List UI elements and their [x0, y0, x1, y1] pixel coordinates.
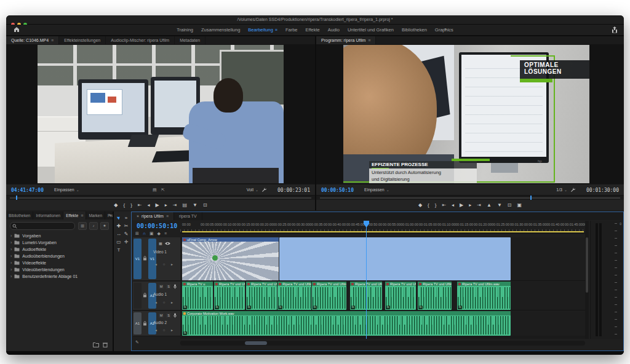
timeline-settings-button[interactable]: ≡	[164, 231, 167, 235]
insert-mode-button[interactable]: ⊞	[135, 231, 139, 235]
workspace-tab[interactable]: Bearbeitung≡	[248, 27, 277, 33]
source-patch-a1[interactable]: A1	[134, 312, 142, 334]
keyframe-nav[interactable]: ◂ ○ ▸	[155, 300, 175, 304]
ripple-edit-tool[interactable]: ✚	[115, 222, 122, 230]
audio-clip[interactable]: Ripera TV und Ufilm.wav fx	[312, 282, 346, 310]
workspace-tab[interactable]: Training≡	[177, 27, 193, 33]
lock-icon[interactable]	[143, 321, 147, 326]
keyframe-nav[interactable]: ◂ ○ ▸	[155, 262, 175, 266]
mute-button[interactable]: M	[159, 313, 164, 318]
video-clip[interactable]	[279, 237, 511, 280]
add-marker-button[interactable]: ◆	[158, 231, 161, 235]
effects-tree-item[interactable]: › Audioüberblendungen	[6, 253, 113, 259]
chevron-right-icon[interactable]: ›	[10, 267, 12, 272]
panel-tab[interactable]: Effekte≡	[63, 212, 86, 220]
audio-clip[interactable]: Ripera TV u fx	[182, 282, 213, 310]
audio-clip[interactable]: Ripera TV und Ufilm.wav fx	[277, 282, 311, 310]
hand-tool[interactable]: ✛	[122, 238, 130, 246]
mark-out-button[interactable]: }	[435, 203, 437, 208]
workspace-tab[interactable]: Untertitel und Grafiken≡	[348, 27, 394, 33]
selection-tool[interactable]	[115, 214, 122, 222]
preset-effects-filter-button[interactable]: ★	[100, 222, 109, 230]
effects-tree-item[interactable]: › Videoeffekte	[6, 259, 113, 266]
workspace-tab[interactable]: Zusammenstellung≡	[201, 27, 240, 33]
effects-tree-item[interactable]: › Benutzerdefinierte Ablage 01	[6, 273, 113, 280]
pen-tool[interactable]: ✎	[122, 230, 130, 238]
lift-button[interactable]: ▲	[487, 203, 492, 208]
sync-lock-icon[interactable]: ▦	[159, 241, 162, 245]
video-clip[interactable]: uFinal Comp_Arrow	[182, 237, 279, 280]
audio-clip[interactable]: Ripera TV und Ufilm fx	[385, 282, 416, 310]
effects-tree-item[interactable]: › Vorgaben	[6, 232, 113, 239]
wrench-icon[interactable]	[570, 187, 576, 192]
accelerated-effects-filter-button[interactable]: ▥	[78, 222, 87, 230]
scrollbar-handle[interactable]	[586, 237, 588, 293]
mark-in-button[interactable]: {	[428, 203, 429, 208]
wrench-icon[interactable]	[261, 187, 267, 192]
workspace-tab[interactable]: Audio≡	[328, 27, 340, 33]
workspace-tab[interactable]: Bibliotheken≡	[402, 27, 427, 33]
effects-tree-item[interactable]: › Videoüberblendungen	[6, 266, 113, 273]
chevron-right-icon[interactable]: ›	[10, 274, 12, 279]
track-target-v1[interactable]: V1	[148, 239, 156, 279]
chevron-right-icon[interactable]: ›	[10, 247, 12, 251]
pen-icon[interactable]: ✎	[135, 340, 139, 345]
rectangle-tool[interactable]: ▭	[115, 238, 122, 246]
video-track-lane[interactable]: uFinal Comp_Arrow	[180, 237, 585, 281]
source-resolution-select[interactable]: Voll⌄	[247, 188, 258, 192]
sequence-tab[interactable]: ×ripera Ufilm≡	[132, 212, 174, 220]
play-button[interactable]: ▶	[156, 203, 159, 208]
add-marker-button[interactable]: ◆	[114, 203, 118, 208]
audio-clip[interactable]: Ripera TV und Ufilm.wav fx	[457, 282, 511, 310]
audio2-track-lane[interactable]: Corporate Motivation Work.wav fx	[180, 311, 585, 336]
audio-clip[interactable]: Ripera TV und Ufilm.wav fx	[418, 282, 452, 310]
settings-menu-icon[interactable]: ▤	[153, 188, 157, 192]
panel-tab[interactable]: Audioclip-Mischer: ripera Ufilm≡	[106, 36, 175, 44]
audio-clip[interactable]: Ripera TV und Ufilm fx	[214, 282, 245, 310]
export-frame-button[interactable]: ⊡	[203, 203, 207, 208]
track-select-forward-tool[interactable]: »	[122, 214, 130, 222]
program-timecode[interactable]: 00:00:50:10	[321, 188, 354, 193]
effects-search-input[interactable]	[19, 223, 74, 229]
mark-in-button[interactable]: {	[124, 203, 126, 208]
chevron-right-icon[interactable]: ›	[10, 234, 12, 238]
program-zoom-select[interactable]: Einpassen⌄	[364, 188, 389, 192]
panel-tab[interactable]: Quelle: C1046.MP4≡	[6, 36, 59, 44]
step-forward-button[interactable]: ▸	[469, 203, 471, 208]
insert-button[interactable]: ▤	[182, 203, 187, 208]
step-back-button[interactable]: ◂	[452, 203, 454, 208]
step-back-button[interactable]: ◂	[148, 203, 150, 208]
mute-button[interactable]: M	[159, 284, 164, 289]
extract-button[interactable]: ▼	[497, 203, 502, 208]
go-to-in-button[interactable]: ⇤	[442, 203, 446, 208]
effects-tree-item[interactable]: › Lumetri-Vorgaben	[6, 239, 113, 246]
panel-tab[interactable]: Metadaten≡	[175, 36, 205, 44]
panel-menu-icon[interactable]: ≡	[368, 38, 370, 42]
go-to-out-button[interactable]: ⇥	[173, 203, 177, 208]
timeline-vertical-scrollbar[interactable]	[585, 221, 589, 339]
razor-tool[interactable]: ✂	[122, 222, 130, 230]
audio-effects-filter-button[interactable]: ♪	[89, 222, 98, 230]
work-area-bar[interactable]	[182, 231, 584, 232]
play-button[interactable]: ▶	[460, 203, 463, 208]
mark-out-button[interactable]: }	[130, 203, 132, 208]
linked-selection-button[interactable]: ▣	[150, 231, 154, 235]
source-patch-empty[interactable]	[134, 283, 142, 309]
source-video-display[interactable]	[38, 45, 284, 183]
empty-track-area[interactable]	[180, 336, 585, 339]
sequence-tab[interactable]: ×ripera TV≡	[174, 212, 202, 220]
lock-icon[interactable]	[143, 256, 147, 261]
keyframe-nav[interactable]: ◂ ○ ▸	[155, 328, 175, 332]
workspace-tab[interactable]: Farbe≡	[285, 27, 298, 33]
snap-button[interactable]: ∩	[143, 231, 146, 235]
panel-menu-icon[interactable]: ≡	[51, 38, 54, 42]
panel-tab[interactable]: Bibliotheken≡	[6, 212, 33, 220]
audio-clip[interactable]: Ripera TV und Ufilm fx	[246, 282, 277, 310]
panel-tab[interactable]: Programm: ripera Ufilm≡	[316, 36, 376, 44]
source-patch-v1[interactable]: V1	[134, 239, 142, 279]
panel-tab[interactable]: Effekteinstellungen≡	[59, 36, 106, 44]
source-timecode[interactable]: 04:41:47:00	[11, 188, 44, 193]
drag-video-icon[interactable]: ⇱	[161, 188, 165, 192]
lock-icon[interactable]	[143, 293, 147, 298]
go-to-out-button[interactable]: ⇥	[477, 203, 481, 208]
